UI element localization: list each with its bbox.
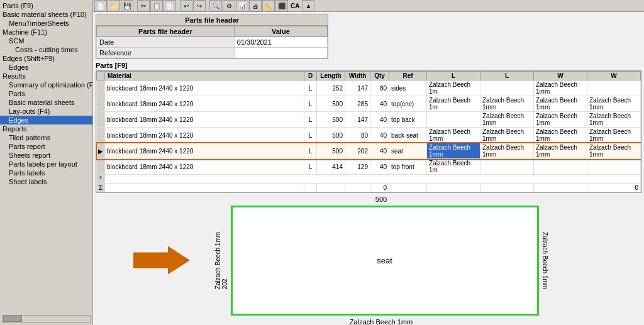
row-indicator	[97, 112, 105, 128]
sidebar-item-parts-result[interactable]: Parts	[0, 89, 92, 98]
table-row[interactable]: blockboard 18mm 2440 x 1220 L 414 129 40…	[97, 159, 641, 175]
header-row-date: Date 01/30/2021	[97, 37, 328, 48]
row-qty: 40	[370, 96, 389, 112]
row-indicator	[97, 96, 105, 112]
asterisk-row[interactable]: *	[97, 175, 641, 184]
row-length: 500	[317, 96, 345, 112]
header-date-value[interactable]: 01/30/2021	[234, 37, 327, 48]
sum-w1	[534, 184, 587, 192]
preview-left-label: Zalzach Beech 1mm 202	[214, 232, 228, 289]
toolbar-chart[interactable]: 📊	[236, 0, 248, 11]
row-l2: Zalzach Beech 1mm	[480, 128, 534, 143]
toolbar-optimize[interactable]: ▲	[302, 0, 314, 11]
col-qty: Qty	[370, 72, 389, 80]
sidebar-item-reports[interactable]: Reports	[0, 124, 92, 133]
part-box-row: Zalzach Beech 1mm 202 seat Zalzach Beech…	[214, 206, 548, 316]
preview-bottom-label: Zalzach Beech 1mm	[214, 318, 548, 325]
row-material: blockboard 18mm 2440 x 1220	[105, 159, 304, 175]
sidebar-item-edges-2[interactable]: Edges	[0, 116, 92, 124]
row-l2	[480, 80, 534, 96]
asterisk-cell	[105, 175, 641, 184]
row-width: 147	[345, 80, 370, 96]
sidebar-item-tiled[interactable]: Tiled patterns	[0, 133, 92, 142]
row-width: 147	[345, 112, 370, 128]
row-w1: Zalzach Beech 1mm	[534, 143, 587, 159]
sidebar-item-costs[interactable]: Costs - cutting times	[0, 45, 92, 54]
row-w1: Zalzach Beech 1mm	[534, 96, 587, 112]
row-l1: Zalzach Beech 1m	[427, 80, 480, 96]
sidebar-item-parts-labels-layout[interactable]: Parts labels per layout	[0, 160, 92, 168]
header-col2: Value	[234, 26, 327, 37]
toolbar-cut[interactable]: ✂	[137, 0, 150, 11]
sidebar-item-layouts[interactable]: Lay-outs (F4)	[0, 107, 92, 116]
row-d: L	[304, 112, 317, 128]
row-ref: sides	[389, 80, 427, 96]
preview-center-label: seat	[377, 256, 392, 265]
toolbar-settings[interactable]: ⚙	[223, 0, 235, 11]
sidebar-item-basic-result[interactable]: Basic material sheets	[0, 98, 92, 107]
row-qty: 40	[370, 112, 389, 128]
toolbar-paste[interactable]: 📄	[164, 0, 176, 11]
sum-l2	[480, 184, 534, 192]
toolbar-undo[interactable]: ↩	[180, 0, 192, 11]
header-reference-value[interactable]	[234, 48, 327, 58]
preview-right-label: Zalzach Beech 1mm	[541, 232, 548, 289]
header-reference-label: Reference	[97, 48, 235, 58]
toolbar-copy[interactable]: 📋	[150, 0, 163, 11]
col-w2: W	[587, 72, 641, 80]
row-qty: 40	[370, 143, 389, 159]
sidebar-item-parts-report[interactable]: Parts report	[0, 142, 92, 151]
sidebar-item-basic-material[interactable]: Basic material sheets (F10)	[0, 10, 92, 19]
sidebar-item-edges-shift[interactable]: Edges (Shift+F9)	[0, 54, 92, 63]
toolbar-new[interactable]: 📄	[94, 0, 107, 11]
sidebar-item-sheet-labels[interactable]: Sheet labels	[0, 177, 92, 186]
col-material: Material	[105, 72, 304, 80]
toolbar-measure[interactable]: 📐	[262, 0, 275, 11]
parts-table: Material D Length Width Qty Ref L L W W	[96, 71, 641, 192]
table-row-selected[interactable]: ▶ blockboard 18mm 2440 x 1220 L 500 202 …	[97, 143, 641, 159]
row-length: 500	[317, 112, 345, 128]
parts-section: Parts [F9] Material D Length Width Qty R…	[93, 59, 644, 193]
row-ref: top back	[389, 112, 427, 128]
row-width: 80	[345, 128, 370, 143]
parts-file-header-panel: Parts file header Parts file header Valu…	[96, 14, 328, 59]
header-row-reference: Reference	[97, 48, 328, 58]
sidebar-item-parts[interactable]: Parts (F9)	[0, 1, 92, 10]
right-panel: 📄 📁 💾 ✂ 📋 📄 ↩ ↪ 🔍 ⚙ 📊 🖨 📐 ⬛ CA ▲	[93, 0, 644, 325]
row-w2: Zalzach Beech 1mm	[587, 128, 641, 143]
table-row[interactable]: blockboard 18mm 2440 x 1220 L 500 80 40 …	[97, 128, 641, 143]
row-d: L	[304, 128, 317, 143]
row-length: 500	[317, 143, 345, 159]
row-w2	[587, 80, 641, 96]
arrow-indicator	[133, 243, 190, 278]
table-row[interactable]: blockboard 18mm 2440 x 1220 L 500 147 40…	[97, 112, 641, 128]
toolbar-ca: CA	[289, 3, 301, 9]
row-w2: Zalzach Beech 1mm	[587, 143, 641, 159]
sidebar-item-summary[interactable]: Summary of optimization (F	[0, 80, 92, 89]
toolbar-block[interactable]: ⬛	[275, 0, 288, 11]
part-preview-box: 500 Zalzach Beech 1mm 202 seat Zalzach B…	[214, 196, 548, 325]
part-box: seat	[231, 206, 539, 316]
toolbar-redo[interactable]: ↪	[193, 0, 206, 11]
sidebar-item-edges-1[interactable]: Edges	[0, 63, 92, 72]
col-l2: L	[480, 72, 534, 80]
sum-width	[345, 184, 370, 192]
sidebar-item-results[interactable]: Results	[0, 72, 92, 80]
toolbar-print[interactable]: 🖨	[249, 0, 262, 11]
sidebar-item-parts-labels[interactable]: Parts labels	[0, 168, 92, 177]
sidebar-item-scm[interactable]: SCM	[0, 36, 92, 45]
sidebar-item-sheets-report[interactable]: Sheets report	[0, 151, 92, 160]
row-ref: back seat	[389, 128, 427, 143]
row-width: 285	[345, 96, 370, 112]
sidebar-item-menutimbersheets[interactable]: MenuTimberSheets	[0, 19, 92, 28]
row-indicator	[97, 128, 105, 143]
col-width: Width	[345, 72, 370, 80]
table-row[interactable]: blockboard 18mm 2440 x 1220 L 500 285 40…	[97, 96, 641, 112]
sum-d	[304, 184, 317, 192]
toolbar-search[interactable]: 🔍	[209, 0, 222, 11]
table-row[interactable]: blockboard 18mm 2440 x 1220 L 252 147 80…	[97, 80, 641, 96]
toolbar-open[interactable]: 📁	[108, 0, 120, 11]
toolbar-save[interactable]: 💾	[121, 0, 133, 11]
sidebar-item-machine[interactable]: Machine (F11)	[0, 28, 92, 36]
row-w1: Zalzach Beech 1mm	[534, 80, 587, 96]
